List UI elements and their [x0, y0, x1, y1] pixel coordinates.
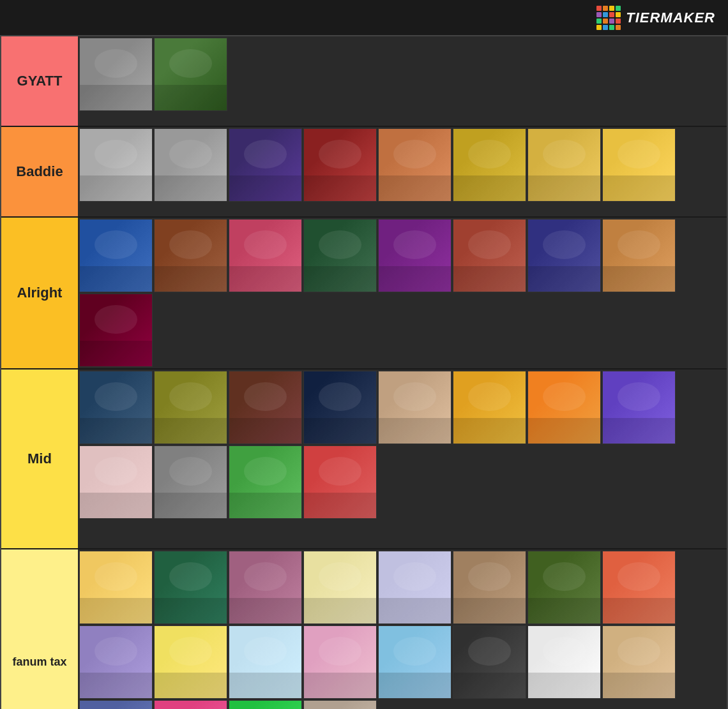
- tier-label-baddie: Baddie: [1, 127, 78, 216]
- tier-label-fanum: fanum tax: [1, 549, 78, 709]
- brand-cell: [616, 6, 621, 11]
- tier-row-mid: Mid: [1, 369, 727, 549]
- char-img[interactable]: [303, 371, 377, 444]
- char-img[interactable]: [527, 128, 601, 202]
- tier-row-gyatt: GYATT: [1, 36, 727, 127]
- tier-list: TiERMAKER GYATT Baddie: [0, 0, 728, 709]
- char-img[interactable]: [154, 371, 227, 444]
- char-img[interactable]: [602, 625, 676, 699]
- brand-cell: [596, 12, 602, 17]
- brand-cell: [616, 25, 621, 30]
- char-img[interactable]: [527, 219, 601, 292]
- tier-row-baddie: Baddie: [1, 127, 727, 218]
- char-img[interactable]: [154, 625, 227, 699]
- char-img[interactable]: [154, 700, 227, 709]
- char-img[interactable]: [79, 371, 153, 444]
- tier-content-mid: [78, 369, 727, 548]
- char-img[interactable]: [229, 371, 302, 444]
- brand-cell: [603, 6, 608, 11]
- tier-content-gyatt: [78, 36, 727, 126]
- tier-content-baddie: [78, 127, 727, 216]
- char-img[interactable]: [602, 219, 676, 292]
- char-img[interactable]: [527, 625, 601, 699]
- header: TiERMAKER: [0, 0, 728, 35]
- brand-cell: [603, 25, 608, 30]
- char-img[interactable]: [602, 371, 676, 444]
- char-img[interactable]: [527, 551, 601, 624]
- brand-cell: [609, 6, 614, 11]
- char-img[interactable]: [303, 128, 377, 202]
- char-img[interactable]: [378, 625, 451, 699]
- char-img[interactable]: [79, 625, 153, 699]
- char-img[interactable]: [378, 219, 451, 292]
- char-img[interactable]: [229, 219, 302, 292]
- tier-row-alright: Alright: [1, 218, 727, 369]
- char-img[interactable]: [378, 551, 451, 624]
- char-img[interactable]: [303, 700, 377, 709]
- char-img[interactable]: [602, 551, 676, 624]
- tier-content-fanum: [78, 549, 727, 709]
- brand-cell: [603, 19, 608, 24]
- brand-cell: [603, 12, 608, 17]
- tier-label-gyatt: GYATT: [1, 36, 78, 126]
- char-img[interactable]: [154, 551, 227, 624]
- tier-label-mid: Mid: [1, 369, 78, 548]
- char-img[interactable]: [303, 219, 377, 292]
- brand-cell: [616, 12, 621, 17]
- tier-row-fanum: fanum tax: [1, 549, 727, 709]
- char-img[interactable]: [229, 445, 302, 519]
- char-img[interactable]: [79, 445, 153, 519]
- char-img[interactable]: [79, 38, 153, 111]
- char-img[interactable]: [453, 128, 526, 202]
- char-img[interactable]: [154, 38, 227, 111]
- char-img[interactable]: [303, 551, 377, 624]
- char-img[interactable]: [453, 371, 526, 444]
- char-img[interactable]: [229, 128, 302, 202]
- brand-cell: [596, 19, 602, 24]
- brand-cell: [609, 19, 614, 24]
- char-img[interactable]: [79, 551, 153, 624]
- char-img[interactable]: [79, 700, 153, 709]
- char-img[interactable]: [79, 219, 153, 292]
- char-img[interactable]: [79, 128, 153, 202]
- char-img[interactable]: [154, 219, 227, 292]
- brand-cell: [596, 6, 602, 11]
- char-img[interactable]: [602, 128, 676, 202]
- brand-cell: [596, 25, 602, 30]
- brand-cell: [609, 25, 614, 30]
- brand-cell: [609, 12, 614, 17]
- char-img[interactable]: [229, 551, 302, 624]
- char-img[interactable]: [527, 371, 601, 444]
- char-img[interactable]: [303, 445, 377, 519]
- char-img[interactable]: [303, 625, 377, 699]
- char-img[interactable]: [453, 551, 526, 624]
- tier-label-alright: Alright: [1, 218, 78, 368]
- char-img[interactable]: [154, 128, 227, 202]
- char-img[interactable]: [453, 219, 526, 292]
- brand-logo: TiERMAKER: [596, 6, 715, 30]
- char-img[interactable]: [378, 371, 451, 444]
- brand-cell: [616, 19, 621, 24]
- brand-grid-icon: [596, 6, 621, 30]
- brand-title: TiERMAKER: [626, 10, 715, 26]
- char-img[interactable]: [378, 128, 451, 202]
- tier-list-container: GYATT Baddie Alright: [0, 35, 728, 709]
- char-img[interactable]: [154, 445, 227, 519]
- char-img[interactable]: [229, 700, 302, 709]
- tier-content-alright: [78, 218, 727, 368]
- char-img[interactable]: [453, 625, 526, 699]
- char-img[interactable]: [79, 294, 153, 367]
- char-img[interactable]: [229, 625, 302, 699]
